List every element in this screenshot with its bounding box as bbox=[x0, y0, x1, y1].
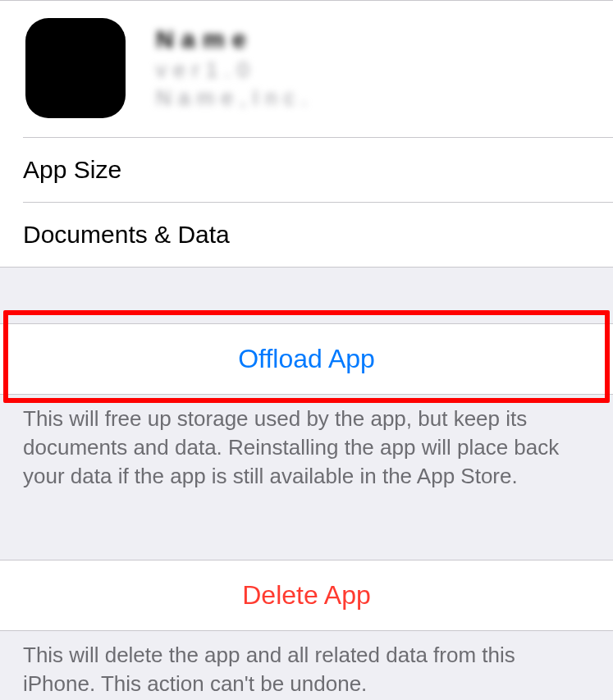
delete-app-button[interactable]: Delete App bbox=[0, 560, 613, 631]
app-meta: N a m e v e r 1 . 0 N a m e , I n c . bbox=[156, 25, 308, 111]
app-size-label: App Size bbox=[23, 156, 121, 184]
app-icon-image bbox=[25, 18, 126, 118]
app-publisher: N a m e , I n c . bbox=[156, 86, 308, 111]
offload-app-note: This will free up storage used by the ap… bbox=[0, 395, 613, 504]
documents-data-label: Documents & Data bbox=[23, 221, 230, 249]
app-icon bbox=[23, 16, 128, 121]
row-documents-data: Documents & Data bbox=[23, 202, 613, 267]
app-version: v e r 1 . 0 bbox=[156, 58, 308, 83]
offload-app-button[interactable]: Offload App bbox=[0, 323, 613, 395]
offload-highlight-wrapper: Offload App bbox=[0, 323, 613, 395]
app-header-card: N a m e v e r 1 . 0 N a m e , I n c . bbox=[0, 0, 613, 137]
app-info-group: App Size Documents & Data bbox=[0, 137, 613, 268]
offload-section: Offload App This will free up storage us… bbox=[0, 323, 613, 504]
delete-app-note: This will delete the app and all related… bbox=[0, 631, 613, 700]
app-name: N a m e bbox=[156, 25, 308, 54]
row-app-size: App Size bbox=[23, 137, 613, 202]
